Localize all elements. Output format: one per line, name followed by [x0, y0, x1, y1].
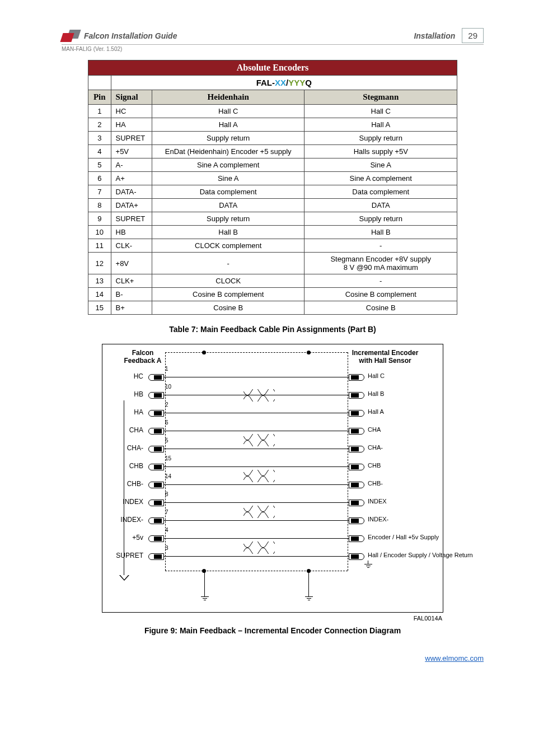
pin-table: Absolute Encoders FAL-XX/YYYQ Pin Signal…: [88, 60, 457, 315]
pin-number: 10: [165, 384, 171, 390]
model-row: FAL-XX/YYYQ: [111, 76, 457, 90]
cell-pin: 15: [88, 301, 111, 315]
cell-pin: 14: [88, 288, 111, 301]
table-row: 7DATA-Data complementData complement: [88, 185, 457, 199]
cell-pin: 9: [88, 212, 111, 226]
table-title: Absolute Encoders: [88, 60, 457, 76]
gnd-wire: [308, 571, 309, 593]
twisted-pair-icon: [243, 389, 275, 402]
cell-pin: 8: [88, 199, 111, 212]
plug-icon: [154, 465, 162, 469]
cell-signal: A+: [111, 172, 152, 185]
pin-number: 5: [165, 437, 168, 444]
gnd-wire: [204, 571, 205, 593]
model-prefix: FAL-: [256, 78, 275, 87]
connector-icon: [349, 535, 364, 542]
table-row: 14B-Cosine B complementCosine B compleme…: [88, 288, 457, 301]
table-row: 3SUPRETSupply returnSupply return: [88, 132, 457, 145]
cell-pin: 4: [88, 145, 111, 158]
pin-number: 2: [165, 402, 168, 408]
cell-heidenhain: CLOCK: [152, 274, 305, 288]
cell-stegmann: Data complement: [305, 185, 457, 199]
left-block-title: Falcon Feedback A: [120, 349, 165, 365]
ground-icon: [304, 593, 314, 602]
guide-title: Falcon Installation Guide: [84, 31, 177, 40]
cell-stegmann: Cosine B complement: [305, 288, 457, 301]
right-label: Hall B: [368, 390, 480, 397]
cell-stegmann: DATA: [305, 199, 457, 212]
pin-number: 3: [165, 545, 168, 551]
model-xx: XX: [275, 78, 286, 87]
cell-stegmann: -: [305, 274, 457, 288]
diagram-row: HC1Hall C: [102, 370, 443, 385]
table-row: 1HCHall CHall C: [88, 105, 457, 118]
cell-signal: SUPRET: [111, 132, 152, 145]
plug-icon: [154, 554, 162, 559]
cell-stegmann: Supply return: [305, 132, 457, 145]
cell-signal: CLK-: [111, 239, 152, 253]
right-label: INDEX-: [368, 516, 480, 522]
plug-icon: [154, 483, 162, 487]
connector-icon: [349, 482, 364, 488]
cell-stegmann: Hall C: [305, 105, 457, 118]
right-label: CHA-: [368, 444, 480, 451]
ground-icon: [200, 593, 210, 602]
table-row: 2HAHall AHall A: [88, 118, 457, 132]
table-row: 10HBHall BHall B: [88, 226, 457, 239]
doc-ref: MAN-FALIG (Ver. 1.502): [62, 46, 484, 52]
plug-icon: [154, 411, 162, 416]
cell-heidenhain: Supply return: [152, 132, 305, 145]
connector-icon: [349, 374, 364, 381]
footer-url[interactable]: www.elmomc.com: [62, 654, 484, 662]
cell-heidenhain: Hall C: [152, 105, 305, 118]
right-label: INDEX: [368, 498, 480, 505]
shield-bottom: [165, 571, 348, 571]
table-row: 6A+Sine ASine A complement: [88, 172, 457, 185]
col-stegmann: Stegmann: [305, 90, 457, 105]
cell-signal: SUPRET: [111, 212, 152, 226]
col-pin: Pin: [88, 90, 111, 105]
cell-signal: A-: [111, 158, 152, 172]
cell-signal: HC: [111, 105, 152, 118]
cell-signal: B-: [111, 288, 152, 301]
cell-pin: 11: [88, 239, 111, 253]
cell-stegmann: Sine A: [305, 158, 457, 172]
cell-pin: 7: [88, 185, 111, 199]
cell-signal: CLK+: [111, 274, 152, 288]
cell-heidenhain: DATA: [152, 199, 305, 212]
connector-icon: [349, 446, 364, 452]
connection-diagram: Falcon Feedback A Incremental Encoder wi…: [102, 344, 443, 613]
plug-icon: [154, 519, 162, 523]
right-label: Encoder / Hall +5v Supply: [368, 534, 480, 540]
cell-heidenhain: Sine A: [152, 172, 305, 185]
cell-stegmann: Cosine B: [305, 301, 457, 315]
page-header: Falcon Installation Guide Installation 2…: [62, 28, 484, 45]
cell-heidenhain: Hall B: [152, 226, 305, 239]
pin-number: 14: [165, 473, 171, 479]
wire: [164, 413, 349, 413]
wire: [164, 520, 349, 521]
cell-heidenhain: Sine A complement: [152, 158, 305, 172]
page-number: 29: [462, 28, 484, 43]
plug-icon: [154, 393, 162, 398]
connector-icon: [349, 410, 364, 417]
header-right: Installation 29: [414, 28, 484, 43]
table-row: 8DATA+DATADATA: [88, 199, 457, 212]
table-row: 11CLK-CLOCK complement-: [88, 239, 457, 253]
cell-pin: 2: [88, 118, 111, 132]
plug-icon: [154, 501, 162, 505]
logo-icon: [62, 30, 79, 42]
wire: [164, 449, 349, 449]
wire: [164, 502, 349, 503]
model-suffix: Q: [305, 78, 312, 87]
connector-icon: [349, 517, 364, 524]
col-signal: Signal: [111, 90, 152, 105]
wire: [164, 377, 349, 377]
table-row: 13CLK+CLOCK-: [88, 274, 457, 288]
cell-signal: +8V: [111, 253, 152, 274]
table-header-row: Pin Signal Heidenhain Stegmann: [88, 90, 457, 105]
table-caption: Table 7: Main Feedback Cable Pin Assignm…: [62, 325, 484, 334]
cell-signal: +5V: [111, 145, 152, 158]
left-label: HC: [104, 372, 143, 380]
right-label: CHB-: [368, 480, 480, 487]
